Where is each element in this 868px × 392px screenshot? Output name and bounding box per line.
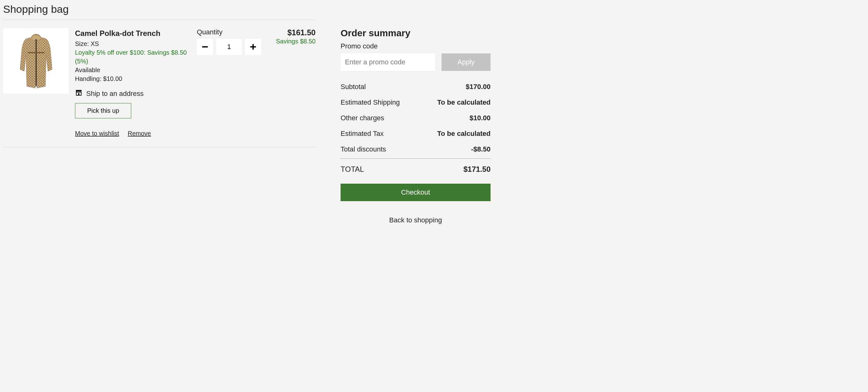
cart-item-row: Camel Polka-dot Trench Size: XS Loyalty … [3,20,316,148]
summary-tax-row: Estimated Tax To be calculated [341,126,491,141]
quantity-input[interactable] [216,39,242,55]
plus-icon [249,43,257,51]
summary-other-row: Other charges $10.00 [341,110,491,126]
cart-items-column: Camel Polka-dot Trench Size: XS Loyalty … [3,20,316,148]
quantity-column: Quantity [197,28,266,138]
quantity-decrement-button[interactable] [197,39,213,55]
page-layout: Camel Polka-dot Trench Size: XS Loyalty … [3,20,865,224]
summary-total-value: $171.50 [463,165,491,174]
back-to-shopping-link[interactable]: Back to shopping [341,216,491,224]
trench-coat-icon [13,32,59,91]
summary-subtotal-value: $170.00 [466,83,491,91]
summary-subtotal-row: Subtotal $170.00 [341,79,491,95]
summary-shipping-value: To be calculated [437,98,491,106]
handling-line: Handling: $10.00 [75,74,197,83]
summary-divider [341,158,491,159]
checkout-button[interactable]: Checkout [341,184,491,201]
summary-total-label: TOTAL [341,165,364,174]
product-details: Camel Polka-dot Trench Size: XS Loyalty … [75,28,197,138]
summary-total-row: TOTAL $171.50 [341,160,491,184]
summary-discounts-label: Total discounts [341,145,386,153]
svg-rect-7 [252,44,254,50]
ship-to-address-row: Ship to an address [75,89,197,99]
order-summary-title: Order summary [341,28,491,38]
product-size: Size: XS [75,39,197,48]
minus-icon [201,43,209,51]
price-column: $161.50 Savings $8.50 [266,28,316,138]
summary-other-label: Other charges [341,114,384,122]
promo-code-row: Apply [341,54,491,71]
item-price: $161.50 [266,28,316,37]
svg-rect-5 [202,46,208,47]
page-title: Shopping bag [3,3,865,15]
item-savings: Savings $8.50 [266,38,316,45]
quantity-controls [197,39,266,55]
svg-rect-4 [78,93,80,95]
apply-promo-button[interactable]: Apply [441,54,491,71]
quantity-increment-button[interactable] [245,39,261,55]
summary-discounts-row: Total discounts -$8.50 [341,141,491,157]
quantity-label: Quantity [197,28,266,36]
summary-subtotal-label: Subtotal [341,83,366,91]
summary-tax-label: Estimated Tax [341,130,384,138]
promo-code-label: Promo code [341,42,491,50]
move-to-wishlist-link[interactable]: Move to wishlist [75,130,119,137]
remove-link[interactable]: Remove [128,130,151,137]
product-name: Camel Polka-dot Trench [75,28,197,39]
loyalty-discount-line: Loyalty 5% off over $100: Savings $8.50 … [75,48,197,66]
summary-tax-value: To be calculated [437,130,491,138]
product-image [3,28,69,94]
summary-other-value: $10.00 [470,114,491,122]
item-actions: Move to wishlist Remove [75,129,197,138]
promo-code-input[interactable] [341,54,435,71]
ship-to-address-label: Ship to an address [86,89,144,99]
availability-line: Available [75,66,197,74]
summary-shipping-row: Estimated Shipping To be calculated [341,95,491,110]
summary-discounts-value: -$8.50 [471,145,491,153]
pick-this-up-button[interactable]: Pick this up [75,103,131,119]
summary-shipping-label: Estimated Shipping [341,98,400,106]
store-icon [75,89,83,99]
order-summary-column: Order summary Promo code Apply Subtotal … [341,20,491,224]
